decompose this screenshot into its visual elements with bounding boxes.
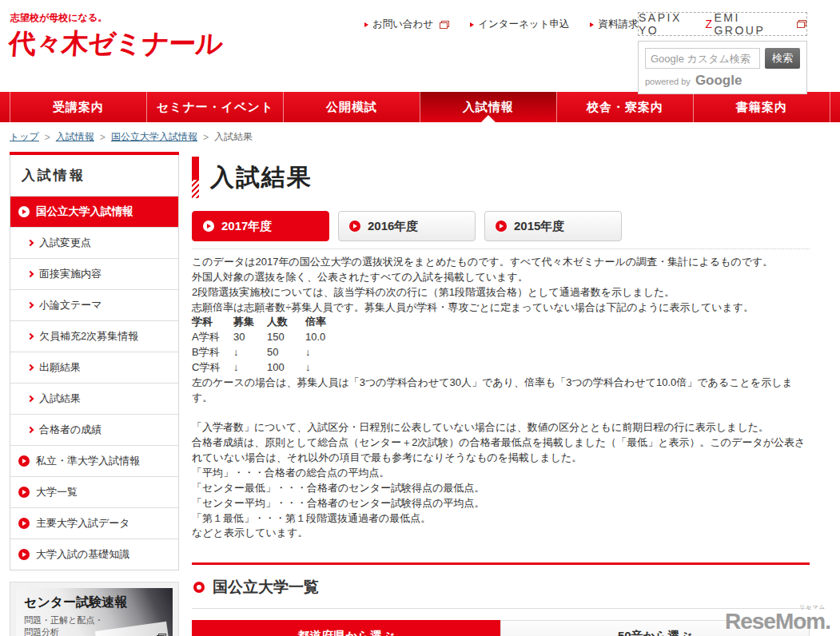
chevron-right-icon (27, 427, 34, 433)
breadcrumb-separator: > (45, 132, 50, 143)
chevron-right-icon (27, 364, 34, 371)
external-link-icon (797, 20, 806, 28)
nav-item-admissions-info[interactable]: 入試情報 (420, 92, 556, 122)
sidebar-item-label: 出願結果 (39, 360, 81, 375)
utility-links: お問い合わせ インターネット申込 資料請求 (364, 18, 638, 31)
breadcrumb-national-univ-info[interactable]: 国公立大学入試情報 (111, 130, 197, 144)
sidebar-item-successful-scores[interactable]: 合格者の成績 (10, 414, 178, 445)
sidebar-item-exam-basics[interactable]: 大学入試の基礎知識 (10, 539, 178, 570)
note-paragraph: 「センター最低」・・・合格者のセンター試験得点の最低点。 (192, 481, 810, 496)
play-circle-icon (349, 221, 360, 232)
brand-tagline: 志望校が母校になる。 (10, 11, 107, 25)
center-exam-banner[interactable]: センター試験速報 問題・正解と配点・ 問題分析 (10, 582, 179, 636)
sidebar-title: 入試情報 (10, 155, 178, 196)
sidebar-item-national-univ-info[interactable]: 国公立大学入試情報 (10, 196, 178, 227)
main-nav: 受講案内 セミナー・イベント 公開模試 入試情報 校舎・寮案内 書籍案内 (0, 92, 840, 122)
example-table: 学科募集人数倍率 A学科3015010.0 B学科↓50↓ C学科↓100↓ (192, 315, 810, 375)
banner-photo: センター試験速報 問題・正解と配点・ 問題分析 (16, 588, 173, 636)
intro-paragraph: このデータは2017年の国公立大学の選抜状況をまとめたものです。すべて代々木ゼミ… (192, 255, 810, 270)
chevron-right-icon (27, 302, 34, 308)
breadcrumb: トップ> 入試情報> 国公立大学入試情報> 入試結果 (0, 122, 840, 150)
notes-text: 「入学者数」について、入試区分・日程別に公表していない場合には、数値の区分ととも… (192, 420, 810, 541)
year-tab-2017[interactable]: 2017年度 (192, 211, 329, 241)
sidebar-item-major-univ-data[interactable]: 主要大学入試データ (10, 507, 178, 539)
nav-item-courses[interactable]: 受講案内 (10, 92, 146, 122)
search-button[interactable]: 検索 (765, 48, 800, 69)
sidebar-item-label: 小論文テーマ (39, 298, 102, 312)
chevron-right-icon (27, 396, 34, 402)
sidebar-item-univ-list[interactable]: 大学一覧 (10, 476, 178, 507)
note-paragraph: 「第１最低」・・・第１段階選抜通過者の最低点。 (192, 511, 810, 527)
watermark-logo: ReseMom. (725, 609, 830, 634)
title-accent-bar (192, 157, 199, 198)
sidebar-item-label: 面接実施内容 (39, 267, 102, 281)
intro-paragraph: 外国人対象の選抜を除く、公表されたすべての入試を掲載しています。 (192, 270, 810, 285)
breadcrumb-admissions-info[interactable]: 入試情報 (56, 130, 94, 144)
resemom-watermark: リセマム ReseMom. (725, 604, 830, 633)
sidebar-item-label: 主要大学入試データ (36, 516, 130, 531)
chevron-right-icon (27, 240, 34, 246)
sidebar-item-label: 入試変更点 (39, 236, 91, 250)
play-circle-icon (18, 549, 30, 560)
year-tab-2016[interactable]: 2016年度 (338, 211, 476, 241)
nav-item-open-mock-exams[interactable]: 公開模試 (283, 92, 420, 122)
play-circle-icon (203, 221, 214, 232)
nav-item-seminar-events[interactable]: セミナー・イベント (146, 92, 283, 122)
sidebar-item-label: 合格者の成績 (39, 423, 102, 437)
sidebar-item-label: 欠員補充2次募集情報 (39, 329, 138, 344)
example-table-header: 学科募集人数倍率 (192, 315, 810, 330)
note-paragraph: 「センター平均」・・・合格者のセンター試験得点の平均点。 (192, 496, 810, 511)
sidebar-item-label: 大学入試の基礎知識 (36, 547, 129, 562)
contact-link-label: お問い合わせ (372, 18, 433, 31)
sidebar-item-label: 大学一覧 (36, 485, 78, 499)
section-heading: 国公立大学一覧 (213, 577, 319, 598)
note-paragraph: 合格者成績は、原則として総合点（センター＋2次試験）の合格者最低点を掲載しました… (192, 435, 810, 466)
sidebar-item-label: 入試結果 (39, 392, 81, 406)
red-arrow-icon (364, 22, 368, 27)
play-circle-icon (18, 487, 30, 498)
note-paragraph: 「入学者数」について、入試区分・日程別に公表していない場合には、数値の区分ととも… (192, 420, 810, 435)
contact-link[interactable]: お問い合わせ (364, 18, 449, 31)
nav-item-schools-dorms[interactable]: 校舎・寮案内 (556, 92, 693, 122)
sidebar-item-exam-changes[interactable]: 入試変更点 (10, 227, 178, 258)
group-text-z: Z (705, 18, 714, 30)
case-note: 左のケースの場合は、募集人員は「3つの学科合わせて30人」であり、倍率も「3つの… (192, 376, 810, 406)
year-tab-label: 2017年度 (221, 219, 272, 234)
sidebar-item-vacancy-recruitment[interactable]: 欠員補充2次募集情報 (10, 320, 178, 352)
main-content: 入試結果 2017年度 2016年度 2015年度 このデータは2017年の国公… (192, 152, 830, 636)
year-tab-2015[interactable]: 2015年度 (484, 211, 622, 241)
breadcrumb-current: 入試結果 (214, 130, 253, 144)
play-circle-icon (18, 518, 30, 529)
search-input[interactable] (645, 48, 760, 69)
site-header: 志望校が母校になる。 代々木ゼミナール お問い合わせ インターネット申込 資料請… (0, 0, 840, 92)
sidebar-item-label: 私立・準大学入試情報 (36, 454, 140, 468)
banner-description: 問題・正解と配点・ 問題分析 (24, 614, 165, 636)
play-circle-icon (18, 455, 30, 467)
group-text: EMI GROUP (714, 11, 794, 37)
section-heading-row: 国公立大学一覧 (192, 565, 810, 609)
sidebar-item-label: 国公立大学入試情報 (36, 205, 133, 219)
chevron-right-icon (27, 271, 34, 277)
sidebar-item-exam-results[interactable]: 入試結果 (10, 383, 178, 414)
breadcrumb-home[interactable]: トップ (10, 130, 39, 144)
nav-item-books[interactable]: 書籍案内 (693, 92, 830, 122)
brand-logo[interactable]: 代々木ゼミナール (7, 26, 223, 62)
sidebar: 入試情報 国公立大学入試情報 入試変更点 面接実施内容 小論文テーマ 欠員補充2… (10, 152, 179, 636)
page-title: 入試結果 (210, 161, 313, 194)
banner-title: センター試験速報 (24, 594, 165, 611)
sidebar-item-interview-details[interactable]: 面接実施内容 (10, 258, 178, 289)
request-materials-link[interactable]: 資料請求 (590, 18, 638, 31)
group-text: SAPIX YO (639, 11, 705, 37)
google-logo: Google (695, 73, 742, 89)
breadcrumb-separator: > (100, 132, 105, 143)
tab-select-by-prefecture[interactable]: 都道府県から選ぶ (192, 620, 500, 636)
sidebar-item-essay-themes[interactable]: 小論文テーマ (10, 289, 178, 320)
sapix-yozemi-group-link[interactable]: SAPIX YOZEMI GROUP (638, 12, 807, 36)
internet-apply-link[interactable]: インターネット申込 (470, 18, 569, 31)
sidebar-item-application-results[interactable]: 出願結果 (10, 352, 178, 383)
sidebar-item-private-univ-info[interactable]: 私立・準大学入試情報 (10, 445, 178, 476)
red-arrow-icon (470, 22, 474, 27)
red-arrow-icon (590, 22, 594, 27)
year-tabs: 2017年度 2016年度 2015年度 (192, 211, 810, 249)
intro-paragraph: 2段階選抜実施校については、該当学科の次の行に（第1段階選抜合格）として通過者数… (192, 285, 810, 300)
